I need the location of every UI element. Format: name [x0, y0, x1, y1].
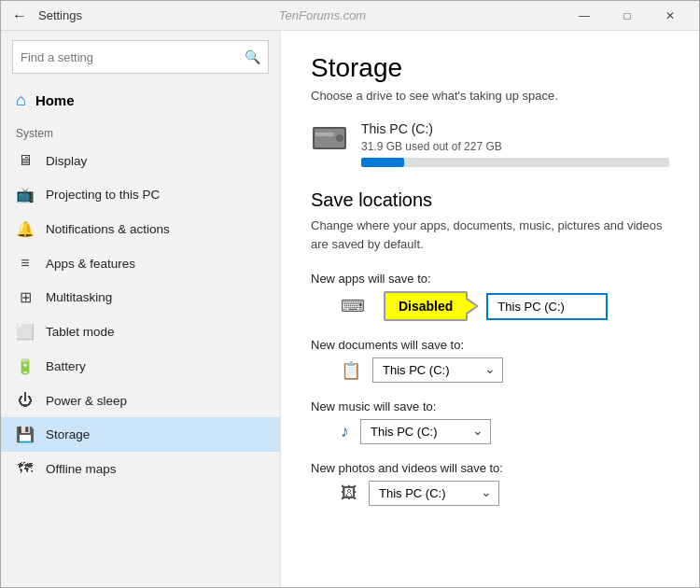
sidebar-item-multitasking[interactable]: ⊞ Multitasking [1, 280, 280, 315]
back-button[interactable]: ← [8, 5, 31, 27]
sidebar-item-display[interactable]: 🖥 Display [1, 144, 280, 177]
home-icon: ⌂ [16, 91, 26, 110]
disabled-tooltip: Disabled [384, 291, 468, 321]
sidebar-item-label: Notifications & actions [46, 222, 170, 236]
save-row-photos: New photos and videos will save to: 🖼 Th… [311, 461, 669, 506]
apps-save-row: ⌨ Disabled This PC (C:) [341, 291, 669, 321]
save-label-text-photos: New photos and videos will save to: [311, 461, 503, 475]
documents-icon: 📋 [341, 360, 361, 381]
svg-point-3 [336, 134, 343, 142]
save-row-apps: New apps will save to: ⌨ Disabled This P… [311, 272, 669, 321]
storage-section-desc: Choose a drive to see what's taking up s… [311, 89, 669, 103]
drive-name: This PC (C:) [361, 121, 669, 136]
maximize-button[interactable]: □ [606, 1, 649, 31]
save-label-music: New music will save to: [311, 399, 669, 413]
window-controls: — □ ✕ [563, 1, 692, 31]
sidebar-item-power[interactable]: ⏻ Power & sleep [1, 384, 280, 417]
sidebar-item-storage[interactable]: 💾 Storage [1, 417, 280, 452]
save-label-text-documents: New documents will save to: [311, 338, 464, 352]
save-label-documents: New documents will save to: [311, 338, 669, 352]
save-label-apps: New apps will save to: [311, 272, 669, 286]
drive-usage: 31.9 GB used out of 227 GB [361, 140, 669, 153]
sidebar-item-label: Offline maps [46, 462, 117, 476]
photos-icon: 🖼 [341, 483, 357, 503]
storage-icon: 💾 [16, 426, 35, 443]
search-box[interactable]: 🔍 [12, 40, 269, 74]
drive-icon [311, 121, 348, 161]
sidebar-item-battery[interactable]: 🔋 Battery [1, 349, 280, 384]
keyboard-icon: ⌨ [341, 296, 365, 316]
sidebar-item-label: Apps & features [46, 257, 135, 271]
sidebar-item-label: Tablet mode [46, 325, 115, 339]
drive-card[interactable]: This PC (C:) 31.9 GB used out of 227 GB [311, 121, 669, 167]
music-icon: ♪ [341, 422, 349, 441]
music-select[interactable]: This PC (C:) [360, 419, 491, 444]
system-section-label: System [1, 118, 280, 144]
projecting-icon: 📺 [16, 186, 35, 203]
close-button[interactable]: ✕ [649, 1, 692, 31]
tablet-icon: ⬜ [16, 323, 35, 341]
documents-select-wrapper: This PC (C:) [372, 357, 503, 383]
window-title: Settings [38, 8, 82, 22]
drive-bar-background [361, 158, 669, 167]
sidebar-item-label: Power & sleep [46, 394, 127, 408]
documents-select[interactable]: This PC (C:) [372, 357, 503, 383]
display-icon: 🖥 [16, 152, 35, 169]
save-dropdown-music: ♪ This PC (C:) [341, 419, 669, 444]
battery-icon: 🔋 [16, 357, 35, 375]
sidebar-item-label: Projecting to this PC [46, 188, 160, 202]
apps-select-highlighted[interactable]: This PC (C:) [486, 293, 608, 320]
sidebar-item-label: Battery [46, 359, 86, 373]
sidebar-item-home[interactable]: ⌂ Home [1, 83, 280, 118]
photos-select-wrapper: This PC (C:) [369, 481, 499, 506]
page-title: Storage [311, 53, 669, 83]
power-icon: ⏻ [16, 392, 35, 409]
search-input[interactable] [21, 50, 245, 64]
titlebar: ← Settings TenForums.com — □ ✕ [1, 1, 699, 31]
svg-rect-2 [315, 133, 334, 136]
apps-icon: ≡ [16, 255, 35, 272]
settings-window: ← Settings TenForums.com — □ ✕ 🔍 ⌂ Home … [0, 0, 700, 588]
sidebar-item-notifications[interactable]: 🔔 Notifications & actions [1, 212, 280, 246]
save-row-music: New music will save to: ♪ This PC (C:) [311, 399, 669, 444]
sidebar-item-projecting[interactable]: 📺 Projecting to this PC [1, 177, 280, 212]
save-dropdown-documents: 📋 This PC (C:) [341, 357, 669, 383]
watermark: TenForums.com [82, 8, 563, 22]
minimize-button[interactable]: — [563, 1, 606, 31]
sidebar-item-label: Storage [46, 427, 90, 441]
search-icon: 🔍 [245, 49, 260, 64]
save-locations-desc: Change where your apps, documents, music… [311, 217, 669, 253]
sidebar-item-apps[interactable]: ≡ Apps & features [1, 246, 280, 280]
sidebar-item-label: Display [46, 154, 87, 168]
music-select-wrapper: This PC (C:) [360, 419, 491, 444]
drive-info: This PC (C:) 31.9 GB used out of 227 GB [361, 121, 669, 167]
multitasking-icon: ⊞ [16, 288, 35, 306]
drive-bar-fill [361, 158, 404, 167]
sidebar-item-offline-maps[interactable]: 🗺 Offline maps [1, 452, 280, 485]
save-locations-title: Save locations [311, 189, 669, 211]
sidebar-item-label: Multitasking [46, 290, 112, 304]
home-label: Home [35, 92, 75, 108]
save-dropdown-photos: 🖼 This PC (C:) [341, 481, 669, 506]
save-label-text-apps: New apps will save to: [311, 272, 431, 286]
save-row-documents: New documents will save to: 📋 This PC (C… [311, 338, 669, 383]
right-panel: Storage Choose a drive to see what's tak… [281, 31, 699, 587]
save-label-photos: New photos and videos will save to: [311, 461, 669, 475]
main-content: 🔍 ⌂ Home System 🖥 Display 📺 Projecting t… [1, 31, 699, 587]
save-label-text-music: New music will save to: [311, 399, 436, 413]
offline-maps-icon: 🗺 [16, 460, 35, 477]
notifications-icon: 🔔 [16, 220, 35, 238]
sidebar-item-tablet[interactable]: ⬜ Tablet mode [1, 315, 280, 349]
photos-select[interactable]: This PC (C:) [369, 481, 499, 506]
sidebar: 🔍 ⌂ Home System 🖥 Display 📺 Projecting t… [1, 31, 281, 587]
